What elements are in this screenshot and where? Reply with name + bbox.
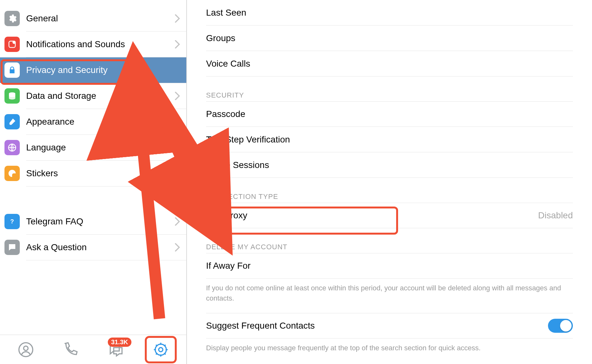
svg-text:?: ? [10,218,14,225]
chevron-right-icon [175,143,180,152]
sidebar-item-label: Telegram FAQ [26,216,175,227]
svg-point-9 [19,343,33,356]
row-label: Use Proxy [206,210,538,221]
tab-contacts[interactable] [8,338,43,361]
sidebar-item-label: Stickers [26,168,175,178]
stack-icon [4,88,20,104]
settings-content: Last Seen Groups Voice Calls SECURITY Pa… [187,0,592,364]
gear-icon [4,11,20,26]
suggest-description: Display people you message frequently at… [206,343,573,353]
row-last-seen[interactable]: Last Seen [206,0,573,25]
row-label: Last Seen [206,8,573,18]
sidebar-item-label: Ask a Question [26,242,175,252]
sidebar-item-label: Data and Storage [26,91,175,101]
sidebar-item-label: Language [26,142,175,153]
sidebar-item-ask[interactable]: Ask a Question [0,235,186,260]
sidebar-list: General Notifications and Sounds Privacy… [0,0,186,335]
sidebar-gap [0,186,186,209]
row-label: Suggest Frequent Contacts [206,321,548,331]
delete-description: If you do not come online at least once … [206,283,573,303]
tab-chats[interactable]: 31.3K [98,338,133,361]
settings-tab-annotation [145,336,177,363]
row-value: Disabled [538,210,573,221]
bottom-tabbar: 31.3K [0,335,186,364]
chevron-right-icon [175,118,180,126]
row-label: If Away For [206,261,573,271]
sidebar-item-general[interactable]: General [0,6,186,31]
row-label: Voice Calls [206,59,573,69]
tab-calls[interactable] [53,338,88,361]
row-two-step[interactable]: Two-Step Verification [206,127,573,152]
row-label: Active Sessions [206,160,573,170]
chevron-right-icon [175,169,180,178]
svg-point-10 [24,346,28,350]
row-label: Two-Step Verification [206,135,573,145]
chevron-right-icon [175,217,180,226]
section-header-security: SECURITY [206,91,573,99]
sidebar-item-label: Privacy and Security [26,65,180,75]
globe-icon [4,140,20,155]
tab-settings[interactable] [143,338,178,361]
chevron-right-icon [175,40,180,48]
row-if-away[interactable]: If Away For [206,253,573,279]
row-label: Groups [206,33,573,43]
row-use-proxy[interactable]: Use Proxy Disabled [206,203,573,228]
row-active-sessions[interactable]: Active Sessions [206,152,573,178]
sidebar-item-label: Appearance [26,117,175,127]
row-groups[interactable]: Groups [206,25,573,51]
chevron-right-icon [175,243,180,251]
settings-sidebar: General Notifications and Sounds Privacy… [0,0,187,364]
brush-icon [4,114,20,129]
divider [26,260,186,260]
section-header-connection: CONNECTION TYPE [206,193,573,201]
svg-point-7 [12,246,13,247]
sidebar-item-privacy[interactable]: Privacy and Security [0,57,186,83]
sticker-icon [4,166,20,181]
row-voice-calls[interactable]: Voice Calls [206,51,573,76]
sidebar-item-label: General [26,13,175,24]
row-passcode[interactable]: Passcode [206,101,573,127]
svg-point-8 [13,246,14,247]
sidebar-item-stickers[interactable]: Stickers [0,161,186,186]
lock-icon [4,62,20,78]
chevron-right-icon [175,14,180,23]
help-icon: ? [4,214,20,229]
svg-point-1 [13,41,16,44]
sidebar-item-notifications[interactable]: Notifications and Sounds [0,32,186,57]
chat-icon [4,240,20,255]
row-suggest-contacts[interactable]: Suggest Frequent Contacts [206,313,573,339]
row-label: Passcode [206,109,573,119]
sidebar-item-language[interactable]: Language [0,135,186,160]
sidebar-item-faq[interactable]: ? Telegram FAQ [0,209,186,234]
sidebar-item-label: Notifications and Sounds [26,39,175,49]
toggle-on-icon[interactable] [548,319,573,333]
svg-point-12 [159,347,163,352]
bell-icon [4,37,20,52]
app-root: General Notifications and Sounds Privacy… [0,0,592,364]
section-header-delete: DELETE MY ACCOUNT [206,243,573,251]
sidebar-item-data[interactable]: Data and Storage [0,83,186,109]
sidebar-item-appearance[interactable]: Appearance [0,109,186,135]
chevron-right-icon [175,92,180,100]
unread-badge: 31.3K [108,338,131,347]
svg-point-6 [11,246,11,247]
